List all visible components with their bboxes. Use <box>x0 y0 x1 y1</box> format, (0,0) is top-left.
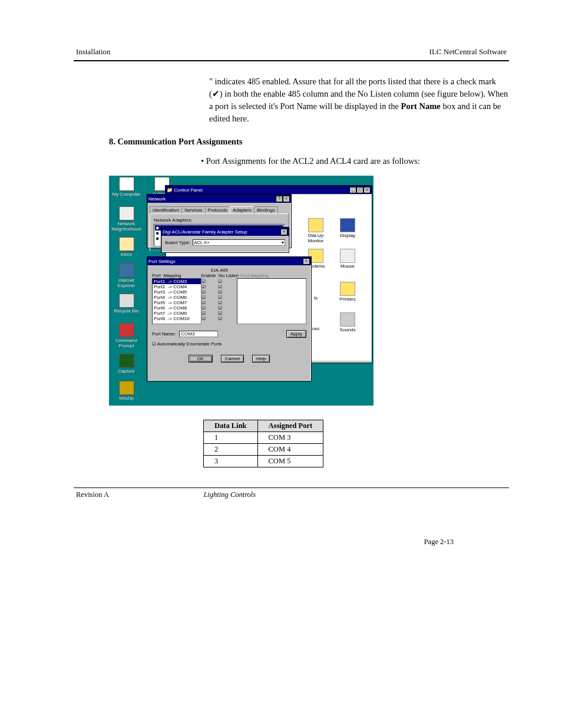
ok-button[interactable]: OK <box>189 355 213 363</box>
port-mapping-list[interactable]: Port1 -> COM3 Port2 -> COM4 Port3 -> COM… <box>152 278 201 324</box>
desktop-icon-label: Command Prompt <box>110 338 143 349</box>
list-item[interactable]: Port2 -> COM4 <box>153 284 201 289</box>
network-adapters-label: Network Adapters: <box>154 218 285 223</box>
desktop-icon-label: WinZip <box>110 396 143 401</box>
header-left: Installation <box>76 47 111 57</box>
screenshot-figure: My Computer ILCNCS MINIMAC Network Neigh… <box>109 176 509 406</box>
port-list-header: Port Mapping Enable No Listen Port Mappi… <box>152 273 306 278</box>
control-panel-title: Control Panel <box>174 187 202 193</box>
network-tabs[interactable]: Identification Services Protocols Adapte… <box>150 206 289 213</box>
divider <box>74 60 509 61</box>
enable-checkbox[interactable]: ☑ <box>201 279 218 284</box>
tab-protocols[interactable]: Protocols <box>205 206 230 213</box>
port-settings-dialog[interactable]: Port Settings × EIA-485 Port Mapping Ena… <box>147 256 312 381</box>
port-name-label: Port Name: <box>152 331 176 337</box>
step-8-bullet: • Port Assignments for the ACL2 and ACL4… <box>74 155 509 167</box>
footer-center: Lighting Controls <box>203 490 256 582</box>
enable-checkbox[interactable]: ☑ <box>201 284 218 289</box>
tab-bindings[interactable]: Bindings <box>254 206 278 213</box>
network-title: Network <box>148 196 166 202</box>
list-item[interactable]: Port4 -> COM6 <box>153 295 201 300</box>
tab-services[interactable]: Services <box>181 206 206 213</box>
desktop-icon-label: Internet Explorer <box>110 278 143 289</box>
board-type-dropdown[interactable]: ACL II+▾ <box>193 239 285 246</box>
port-assignment-table: Data Link Assigned Port 1COM 3 2COM 4 3C… <box>203 420 323 467</box>
window-controls[interactable]: ?× <box>276 196 290 202</box>
cancel-button[interactable]: Cancel <box>221 355 244 363</box>
eia-485-label: EIA-485 <box>152 268 306 273</box>
table-header: Data Link <box>204 420 258 432</box>
nolisten-checkbox[interactable]: ☑ <box>218 284 234 289</box>
apply-button[interactable]: Apply <box>286 330 306 338</box>
list-item[interactable]: Port5 -> COM7 <box>153 300 201 305</box>
tab-adapters[interactable]: Adapters <box>230 206 254 213</box>
list-item[interactable]: Port7 -> COM9 <box>153 311 201 316</box>
divider <box>74 487 509 488</box>
adapter-setup-dialog[interactable]: Digi ACL/Avanstar Family Adapter Setup ×… <box>161 227 289 253</box>
port-mapping-list-right[interactable] <box>237 278 306 324</box>
enable-checkbox[interactable]: ☑ <box>201 300 218 305</box>
close-icon[interactable]: × <box>280 229 287 235</box>
window-controls[interactable]: _□× <box>349 187 371 193</box>
desktop-icon-label: Capture <box>110 369 143 374</box>
enable-checkbox[interactable]: ☑ <box>201 289 218 295</box>
footer-revision: Revision A <box>76 490 109 582</box>
auto-enumerate-checkbox[interactable]: ☑ Automatically Enumerate Ports <box>152 341 306 347</box>
table-row: 3COM 5 <box>204 456 323 467</box>
desktop-icon-label: My Computer <box>110 192 143 197</box>
nolisten-checkbox[interactable]: ☑ <box>218 316 234 321</box>
nolisten-checkbox[interactable]: ☑ <box>218 295 234 300</box>
list-item[interactable]: Port3 -> COM5 <box>153 289 201 295</box>
table-header: Assigned Port <box>257 420 323 432</box>
list-item[interactable]: Port6 -> COM8 <box>153 305 201 311</box>
nolisten-checkbox[interactable]: ☑ <box>218 289 234 295</box>
table-row: 2COM 4 <box>204 444 323 456</box>
nolisten-checkbox[interactable]: ☑ <box>218 311 234 316</box>
list-item[interactable]: Port1 -> COM3 <box>153 279 201 284</box>
nolisten-checkbox[interactable]: ☑ <box>218 305 234 311</box>
desktop-icon-label: Inbox <box>110 252 143 258</box>
list-item[interactable]: Port8 -> COM10 <box>153 316 201 321</box>
enable-checkbox[interactable]: ☑ <box>201 311 218 316</box>
adapter-setup-title: Digi ACL/Avanstar Family Adapter Setup <box>163 229 247 235</box>
tab-identification[interactable]: Identification <box>150 206 182 213</box>
footer-page: Page 2-13 <box>351 490 507 582</box>
table-row: 1COM 3 <box>204 432 323 444</box>
close-icon[interactable]: × <box>303 258 310 265</box>
help-button[interactable]: Help <box>252 355 270 363</box>
enable-checkbox[interactable]: ☑ <box>201 316 218 321</box>
desktop-icon-label: Network Neighborhood <box>110 222 143 232</box>
nolisten-checkbox[interactable]: ☑ <box>218 279 234 284</box>
port-name-input[interactable] <box>179 331 218 337</box>
enable-checkbox[interactable]: ☑ <box>201 295 218 300</box>
board-type-label: Board Type: <box>165 240 190 245</box>
enable-checkbox[interactable]: ☑ <box>201 305 218 311</box>
nolisten-checkbox[interactable]: ☑ <box>218 300 234 305</box>
port-settings-title: Port Settings <box>148 259 176 264</box>
desktop-icon-label: Recycle Bin <box>110 309 143 314</box>
paragraph-484-enable: " indicates 485 enabled. Assure that for… <box>74 75 509 125</box>
header-right: ILC NetCentral Software <box>429 47 507 57</box>
step-8-heading: 8. Communication Port Assignments <box>74 137 509 147</box>
check-icon: ✔ <box>212 89 220 98</box>
